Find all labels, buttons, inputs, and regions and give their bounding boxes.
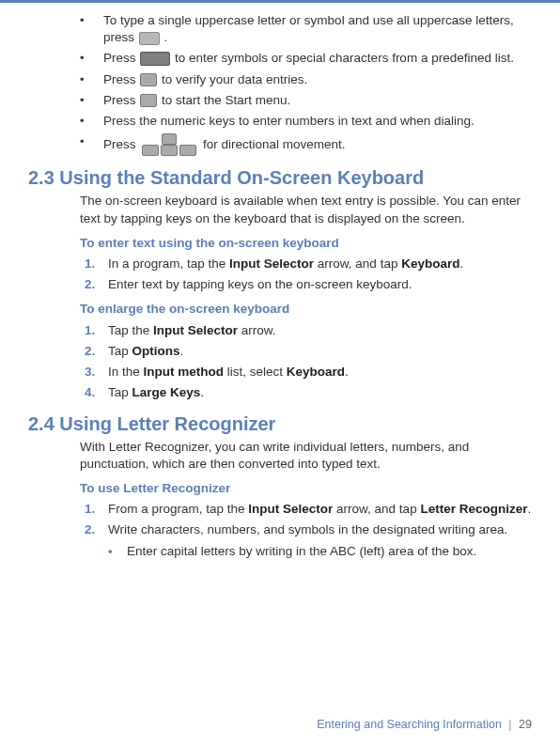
text: Press	[103, 72, 139, 86]
text: .	[200, 385, 204, 399]
bold: Keyboard	[401, 256, 459, 271]
text: .	[164, 30, 168, 44]
bullet-item: To type a single uppercase letter or sym…	[80, 12, 532, 46]
page-footer: Entering and Searching Information | 29	[317, 717, 532, 733]
step-item: Write characters, numbers, and symbols i…	[85, 521, 532, 538]
section-2-4-intro: With Letter Recognizer, you can write in…	[28, 439, 532, 473]
text: list, select	[224, 365, 287, 379]
footer-separator: |	[508, 718, 511, 731]
bold: Input Selector	[229, 256, 314, 271]
footer-chapter: Entering and Searching Information	[317, 718, 502, 731]
text: for directional movement.	[203, 137, 346, 151]
bullet-item: Press to verify your data entries.	[80, 71, 532, 88]
text: arrow, and tap	[314, 256, 401, 271]
start-key-icon	[140, 94, 157, 107]
step-item: From a program, tap the Input Selector a…	[85, 501, 532, 518]
step-item: Tap the Input Selector arrow.	[85, 322, 532, 339]
footer-page-number: 29	[519, 718, 532, 731]
steps-list: In a program, tap the Input Selector arr…	[28, 256, 532, 293]
text: From a program, tap the	[108, 502, 248, 516]
ok-key-icon	[140, 73, 157, 86]
sub-bullet-list: Enter capital letters by writing in the …	[28, 543, 532, 560]
text: In the	[108, 365, 144, 379]
bold: Input Selector	[248, 502, 333, 516]
section-2-4-heading: 2.4 Using Letter Recognizer	[28, 412, 532, 437]
bold: Options	[132, 344, 180, 358]
text: .	[527, 502, 531, 516]
text: to enter symbols or special characters f…	[175, 51, 514, 65]
bold: Keyboard	[287, 365, 345, 379]
text: Press the numeric keys to enter numbers …	[103, 114, 474, 128]
bold: Input Selector	[153, 323, 238, 337]
bold: Input method	[144, 365, 224, 379]
text: Press	[103, 51, 139, 65]
text: Tap the	[108, 323, 153, 337]
text: to start the Start menu.	[162, 93, 290, 107]
sym-key-icon	[140, 52, 170, 66]
text: Press	[103, 137, 139, 151]
bullet-item: Press to start the Start menu.	[80, 92, 532, 109]
dpad-icon	[141, 133, 197, 156]
text: to verify your data entries.	[162, 72, 307, 86]
bullet-item: Press for directional movement.	[80, 133, 532, 156]
text: .	[180, 344, 184, 358]
text: In a program, tap the	[108, 256, 229, 271]
text: arrow.	[238, 323, 276, 337]
section-2-3-heading: 2.3 Using the Standard On-Screen Keyboar…	[28, 165, 532, 191]
step-item: In a program, tap the Input Selector arr…	[85, 256, 532, 272]
text: Enter text by tapping keys on the on-scr…	[108, 277, 412, 291]
page-content: To type a single uppercase letter or sym…	[0, 3, 560, 560]
subheading: To enlarge the on-screen keyboard	[28, 301, 532, 318]
step-item: Tap Options.	[85, 343, 532, 360]
text: Enter capital letters by writing in the …	[127, 544, 476, 558]
step-item: In the Input method list, select Keyboar…	[85, 364, 532, 381]
section-2-3-intro: The on-screen keyboard is available when…	[28, 193, 532, 226]
text: Press	[103, 93, 139, 107]
text: .	[345, 365, 349, 379]
bold: Letter Recognizer	[420, 502, 527, 516]
text: Tap	[108, 344, 132, 358]
bold: Large Keys	[132, 385, 201, 399]
sub-bullet-item: Enter capital letters by writing in the …	[108, 543, 532, 560]
text: .	[459, 256, 463, 271]
bullet-item: Press to enter symbols or special charac…	[80, 50, 532, 67]
steps-list: Tap the Input Selector arrow. Tap Option…	[28, 322, 532, 402]
shift-key-icon	[139, 32, 160, 45]
intro-bullet-list: To type a single uppercase letter or sym…	[28, 12, 532, 156]
text: Tap	[108, 385, 132, 399]
text: Write characters, numbers, and symbols i…	[108, 522, 507, 536]
step-item: Tap Large Keys.	[85, 384, 532, 401]
subheading: To enter text using the on-screen keyboa…	[28, 235, 532, 252]
subheading: To use Letter Recognizer	[28, 480, 532, 497]
steps-list: From a program, tap the Input Selector a…	[28, 501, 532, 538]
step-item: Enter text by tapping keys on the on-scr…	[85, 276, 532, 293]
text: arrow, and tap	[333, 502, 420, 516]
bullet-item: Press the numeric keys to enter numbers …	[80, 113, 532, 130]
